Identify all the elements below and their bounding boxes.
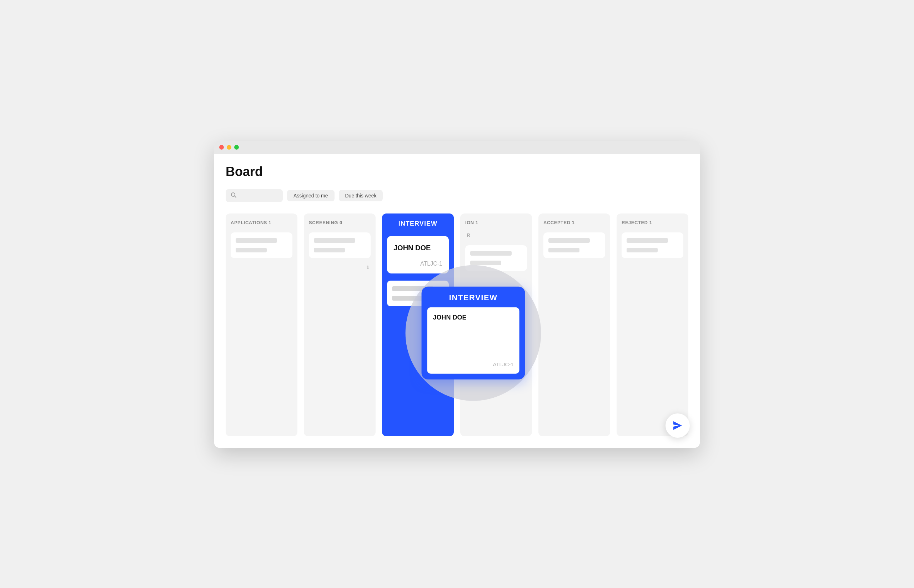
close-dot xyxy=(219,145,224,150)
card-bar xyxy=(392,296,423,300)
card-bar xyxy=(470,251,512,255)
column-header-applications: APPLICATIONS 1 xyxy=(231,220,292,225)
column-applications: APPLICATIONS 1 xyxy=(226,213,297,436)
column-header-rejected: REJECTED 1 xyxy=(622,220,683,225)
card-applications-1[interactable] xyxy=(231,233,292,258)
minimize-dot xyxy=(227,145,231,150)
screening-partial-label: 1 xyxy=(309,263,371,270)
page-title: Board xyxy=(226,164,688,179)
card-bar xyxy=(314,238,355,243)
column-rejected: REJECTED 1 xyxy=(617,213,688,436)
board-columns: APPLICATIONS 1 SCREENING 0 1 INTERVIEW xyxy=(226,213,688,436)
interview-card-id: ATLJC-1 xyxy=(420,261,442,267)
window-body: Board Assigned to me Due this week APPLI… xyxy=(214,154,700,448)
column-header-screening: SCREENING 0 xyxy=(309,220,371,225)
column-offer: ION 1 R xyxy=(460,213,532,436)
offer-partial-label: R xyxy=(465,233,527,240)
card-bar xyxy=(236,238,277,243)
svg-marker-2 xyxy=(673,421,682,430)
interview-card-name: JOHN DOE xyxy=(394,244,431,252)
card-bar xyxy=(236,248,267,252)
card-bar xyxy=(627,238,668,243)
card-bar xyxy=(548,238,590,243)
card-rejected-1[interactable] xyxy=(622,233,683,258)
card-bar xyxy=(314,248,345,252)
card-bar xyxy=(392,286,433,291)
search-box[interactable] xyxy=(226,189,283,202)
card-offer-1[interactable] xyxy=(465,245,527,271)
card-bar xyxy=(470,261,501,265)
app-window: Board Assigned to me Due this week APPLI… xyxy=(214,141,700,448)
fab-send-message[interactable] xyxy=(665,414,690,438)
column-screening: SCREENING 0 1 xyxy=(304,213,376,436)
column-interview: INTERVIEW JOHN DOE ATLJC-1 xyxy=(382,213,454,436)
card-screening-1[interactable] xyxy=(309,233,371,258)
svg-line-1 xyxy=(234,196,236,197)
maximize-dot xyxy=(234,145,239,150)
column-header-accepted: ACCEPTED 1 xyxy=(543,220,605,225)
card-interview-1[interactable]: JOHN DOE ATLJC-1 xyxy=(387,236,449,273)
titlebar xyxy=(214,141,700,154)
column-accepted: ACCEPTED 1 xyxy=(538,213,610,436)
column-header-interview: INTERVIEW xyxy=(387,220,449,228)
toolbar: Assigned to me Due this week xyxy=(226,189,688,202)
due-this-week-filter[interactable]: Due this week xyxy=(339,190,383,201)
column-header-offer: ION 1 xyxy=(465,220,527,225)
card-bar xyxy=(548,248,580,252)
send-icon xyxy=(671,419,684,432)
card-interview-2[interactable] xyxy=(387,281,449,306)
card-bar xyxy=(627,248,658,252)
search-icon xyxy=(231,192,236,199)
card-accepted-1[interactable] xyxy=(543,233,605,258)
assigned-to-me-filter[interactable]: Assigned to me xyxy=(287,190,334,201)
